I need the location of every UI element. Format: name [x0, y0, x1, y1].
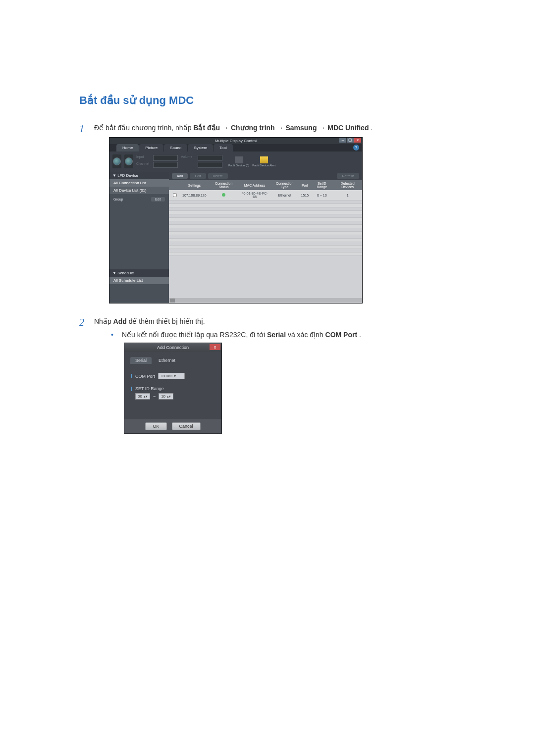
tab-home[interactable]: Home	[116, 144, 139, 151]
t: Bắt đầu	[193, 124, 220, 132]
t: →	[277, 124, 286, 132]
table-row[interactable]	[169, 228, 362, 232]
tab-tool[interactable]: Tool	[214, 144, 233, 151]
monitor-icon	[235, 156, 243, 163]
add-button[interactable]: Add	[172, 173, 188, 179]
th-port[interactable]: Port	[299, 180, 311, 190]
page-title: Bắt đầu sử dụng MDC	[79, 94, 456, 107]
cell-range: 0 ~ 10	[311, 190, 333, 201]
status-dot-icon	[222, 193, 225, 197]
table-row[interactable]	[169, 218, 362, 221]
tab-system[interactable]: System	[188, 144, 213, 151]
table-row[interactable]	[169, 249, 362, 252]
cell-conntype: Ethernet	[270, 190, 299, 201]
t: Serial	[267, 331, 286, 339]
horizontal-scrollbar[interactable]	[169, 298, 362, 303]
delete-button[interactable]: Delete	[208, 173, 228, 179]
t: để thêm thiết bị hiển thị.	[129, 317, 205, 325]
sidebar-item-all-device[interactable]: All Device List (01)	[109, 187, 169, 194]
th-settings[interactable]: Settings	[180, 180, 209, 190]
cell-settings: 107.108.89.126	[180, 190, 209, 201]
add-connection-dialog: Add Connection x Serial Ethernet COM Por…	[124, 343, 222, 434]
bullet-item: Nếu kết nối được thiết lập qua RS232C, đ…	[111, 331, 456, 339]
table-row[interactable]	[169, 207, 362, 211]
table-row[interactable]	[169, 235, 362, 239]
tab-sound[interactable]: Sound	[164, 144, 187, 151]
fault-device-label: Fault Device (0)	[228, 164, 249, 167]
tab-serial[interactable]: Serial	[130, 357, 152, 364]
t: Nhấp	[94, 317, 113, 325]
volume-label: Volume	[181, 155, 197, 161]
cancel-button[interactable]: Cancel	[172, 422, 201, 430]
row-checkbox[interactable]	[173, 193, 177, 197]
group-edit-button[interactable]: Edit	[151, 197, 165, 202]
t: →	[319, 124, 327, 132]
spacer	[181, 162, 197, 168]
volume-field[interactable]	[198, 155, 222, 161]
sidebar: ▼ LFD Device All Connection List All Dev…	[109, 172, 169, 303]
th-conntype[interactable]: Connection Type	[270, 180, 299, 190]
main-tabs: Home Picture Sound System Tool	[109, 144, 362, 151]
close-button[interactable]: x	[210, 344, 220, 350]
maximize-button[interactable]: ▢	[347, 138, 354, 143]
sidebar-item-all-connection[interactable]: All Connection List	[109, 179, 169, 187]
sidebar-header-lfd[interactable]: ▼ LFD Device	[109, 172, 169, 179]
fault-alert[interactable]: Fault Device Alert	[252, 156, 275, 167]
dialog-title: Add Connection	[157, 345, 189, 350]
cell-mac: 40-61-86-4E-FC-65	[239, 190, 270, 201]
mdc-window: Multiple Display Control – ▢ x ? Home Pi…	[109, 137, 363, 303]
edit-button[interactable]: Edit	[190, 173, 206, 179]
refresh-button[interactable]: Refresh	[337, 173, 359, 179]
help-icon[interactable]: ?	[353, 145, 359, 151]
sidebar-header-schedule[interactable]: ▼ Schedule	[109, 269, 169, 277]
group-label: Group	[113, 198, 123, 201]
com-port-select[interactable]: COM1	[158, 373, 185, 379]
table-row[interactable]	[169, 252, 362, 256]
setid-range-label: SET ID Range	[135, 386, 164, 391]
window-title: Multiple Display Control	[215, 139, 257, 143]
close-button[interactable]: x	[354, 138, 361, 143]
table-row[interactable]	[169, 204, 362, 207]
ok-button[interactable]: OK	[145, 422, 166, 430]
table-row[interactable]	[169, 214, 362, 218]
t: Nếu kết nối được thiết lập qua RS232C, đ…	[122, 331, 267, 339]
th-status[interactable]: Connection Status	[209, 180, 239, 190]
power-off-icon[interactable]	[124, 154, 133, 168]
th-range[interactable]: SetID Range	[311, 180, 333, 190]
th-check[interactable]	[169, 180, 180, 190]
fault-device[interactable]: Fault Device (0)	[228, 156, 249, 167]
tab-picture[interactable]: Picture	[139, 144, 163, 151]
volume-slider[interactable]	[198, 162, 222, 168]
t: .	[359, 331, 361, 339]
sidebar-item-all-schedule[interactable]: All Schedule List	[109, 277, 169, 284]
table-row[interactable]	[169, 211, 362, 214]
t: Để bắt đầu chương trình, nhấp	[94, 124, 193, 132]
range-to-stepper[interactable]: 10 ▴▾	[159, 393, 173, 400]
step-number: 2	[79, 315, 94, 434]
tab-ethernet[interactable]: Ethernet	[154, 357, 180, 364]
cell-detected: 1	[333, 190, 362, 201]
input-label: Input	[136, 155, 152, 161]
input-select[interactable]	[153, 155, 178, 161]
ribbon: Input Channel Volume	[109, 151, 362, 172]
range-from-value: 00	[138, 394, 142, 399]
table-row[interactable]: 107.108.89.126 40-61-86-4E-FC-65 Etherne…	[169, 190, 362, 201]
power-on-icon[interactable]	[112, 154, 121, 168]
minimize-button[interactable]: –	[339, 138, 346, 143]
table-row[interactable]	[169, 221, 362, 225]
range-from-stepper[interactable]: 00 ▴▾	[135, 393, 150, 400]
t: Samsung	[285, 124, 317, 132]
channel-stepper[interactable]	[153, 162, 178, 168]
th-mac[interactable]: MAC Address	[239, 180, 270, 190]
table-row[interactable]	[169, 225, 362, 228]
channel-label: Channel	[136, 162, 152, 168]
com-port-label: COM Port	[135, 374, 155, 379]
th-detected[interactable]: Detected Devices	[333, 180, 362, 190]
table-row[interactable]	[169, 201, 362, 204]
table-row[interactable]	[169, 242, 362, 246]
table-row[interactable]	[169, 246, 362, 249]
fault-alert-label: Fault Device Alert	[252, 164, 275, 167]
table-row[interactable]	[169, 239, 362, 242]
t: Add	[113, 317, 127, 325]
table-row[interactable]	[169, 232, 362, 235]
